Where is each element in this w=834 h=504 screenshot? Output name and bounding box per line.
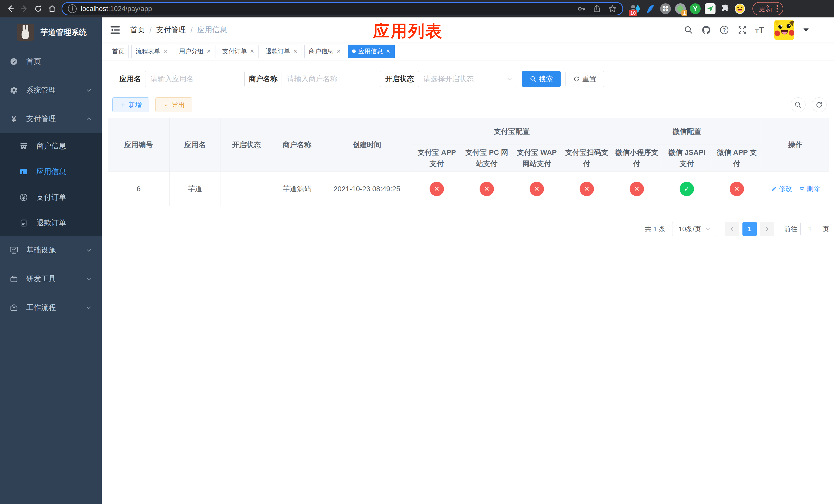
sidebar-item-label: 工作流程	[26, 302, 56, 313]
extensions-puzzle-icon[interactable]	[719, 3, 731, 15]
extension-kite-icon[interactable]	[645, 3, 657, 15]
help-icon[interactable]: ?	[719, 25, 729, 35]
browser-extensions: 10 1	[628, 3, 747, 15]
browser-update-button[interactable]: 更新	[752, 2, 783, 15]
sidebar-item-home[interactable]: 首页	[0, 47, 102, 76]
extension-devtools-icon[interactable]: 10	[630, 3, 642, 15]
sidebar-item-label: 基础设施	[26, 245, 56, 255]
extension-y-icon[interactable]	[689, 3, 701, 15]
user-avatar[interactable]	[774, 20, 794, 40]
fullscreen-icon[interactable]	[737, 25, 747, 35]
tab-label: 用户分组	[179, 47, 204, 55]
sidebar-logo-row[interactable]: 芋道管理系统	[0, 18, 102, 47]
reset-button[interactable]: 重置	[566, 71, 604, 87]
app-name-input[interactable]	[145, 71, 245, 87]
tab-close-icon[interactable]	[250, 48, 255, 54]
profile-avatar-icon[interactable]	[734, 3, 746, 15]
tab-pay-orders[interactable]: 支付订单	[218, 45, 259, 58]
header-search-icon[interactable]	[684, 25, 693, 35]
delete-link[interactable]: 删除	[799, 184, 820, 193]
breadcrumb-separator	[150, 26, 152, 35]
tab-label: 商户信息	[309, 47, 333, 55]
col-header-alipay-pc: 支付宝 PC 网站支付	[462, 145, 512, 171]
page-size-select[interactable]: 10条/页	[672, 222, 717, 236]
merchant-name-label: 商户名称	[249, 74, 278, 84]
sidebar-item-refund-orders[interactable]: 退款订单	[0, 210, 102, 236]
prev-page-button[interactable]	[725, 222, 739, 236]
extension-status-icon[interactable]: 1	[675, 3, 686, 15]
tab-close-icon[interactable]	[386, 48, 390, 54]
search-button-label: 搜索	[539, 74, 553, 84]
sidebar-item-dev-tools[interactable]: 研发工具	[0, 265, 102, 293]
tab-refund-orders[interactable]: 退款订单	[261, 45, 302, 58]
col-header-app-id: 应用编号	[108, 118, 170, 171]
sidebar-item-merchant-info[interactable]: 商户信息	[0, 133, 102, 159]
annotation-title: 应用列表	[373, 20, 443, 42]
filter-form: 应用名 商户名称 开启状态 请选择开启状态 搜索	[108, 71, 829, 87]
browser-forward-icon[interactable]	[18, 2, 31, 16]
sidebar-item-label: 研发工具	[26, 274, 56, 284]
document-icon	[19, 219, 28, 227]
sidebar-item-infrastructure[interactable]: 基础设施	[0, 236, 102, 265]
export-button-label: 导出	[172, 100, 185, 110]
status-circle-icon: ✕	[579, 182, 594, 196]
edit-link[interactable]: 修改	[771, 184, 792, 193]
browser-home-icon[interactable]	[45, 2, 59, 16]
sidebar-item-workflow[interactable]: 工作流程	[0, 293, 102, 322]
extension-plane-icon[interactable]	[704, 3, 716, 15]
col-header-enabled: 开启状态	[221, 118, 272, 171]
apps-table: 应用编号 应用名 开启状态 商户名称 创建时间 支付宝配置 微信配置 操作 支付…	[108, 118, 829, 206]
app-name-label: 应用名	[119, 74, 141, 84]
sidebar-item-label: 系统管理	[26, 85, 56, 95]
tab-home[interactable]: 首页	[108, 45, 129, 58]
browser-back-icon[interactable]	[4, 2, 18, 16]
tab-close-icon[interactable]	[336, 48, 341, 54]
page-info-icon[interactable]	[68, 4, 77, 13]
breadcrumb-home[interactable]: 首页	[130, 25, 145, 35]
chevron-down-icon	[85, 276, 92, 282]
toggle-search-button[interactable]	[791, 97, 806, 112]
tab-label: 支付订单	[222, 47, 247, 55]
tab-process-form[interactable]: 流程表单	[131, 45, 172, 58]
password-key-icon[interactable]	[577, 5, 586, 13]
sidebar-item-label: 支付订单	[37, 192, 66, 203]
extension-command-icon[interactable]	[660, 3, 672, 15]
sidebar-item-app-info[interactable]: 应用信息	[0, 159, 102, 185]
tab-label: 应用信息	[358, 47, 383, 55]
merchant-name-input[interactable]	[282, 71, 381, 87]
browser-reload-icon[interactable]	[31, 2, 45, 16]
breadcrumb-payment[interactable]: 支付管理	[156, 25, 186, 35]
export-button[interactable]: 导出	[155, 97, 192, 112]
cell-app-id: 6	[108, 171, 170, 206]
tab-app-info[interactable]: 应用信息	[348, 45, 395, 58]
search-button[interactable]: 搜索	[522, 71, 561, 87]
col-header-created: 创建时间	[322, 118, 412, 171]
tab-close-icon[interactable]	[293, 48, 298, 54]
add-button[interactable]: 新增	[112, 97, 149, 112]
url-bar[interactable]: localhost :1024/pay/app	[62, 2, 623, 15]
page-number-button[interactable]: 1	[743, 222, 757, 236]
sidebar-item-payment[interactable]: 支付管理	[0, 105, 102, 133]
sidebar: 芋道管理系统 首页 系统管理 支付管理	[0, 18, 102, 504]
page-content: 应用名 商户名称 开启状态 请选择开启状态 搜索	[102, 71, 834, 236]
sidebar-item-pay-orders[interactable]: 支付订单	[0, 185, 102, 210]
app-title: 芋道管理系统	[41, 27, 87, 38]
avatar-caret-icon[interactable]	[804, 28, 809, 32]
tab-user-group[interactable]: 用户分组	[175, 45, 215, 58]
github-icon[interactable]	[701, 25, 711, 35]
tab-close-icon[interactable]	[207, 48, 211, 54]
status-circle-icon: ✕	[530, 182, 544, 196]
tab-merchant-info[interactable]: 商户信息	[304, 45, 345, 58]
goto-page-input[interactable]	[800, 222, 819, 236]
tab-close-icon[interactable]	[163, 48, 168, 54]
next-page-button[interactable]	[760, 222, 774, 236]
status-select[interactable]: 请选择开启状态	[418, 71, 517, 87]
sidebar-toggle-icon[interactable]	[109, 24, 122, 36]
sidebar-item-system[interactable]: 系统管理	[0, 76, 102, 105]
font-size-icon[interactable]: TT	[755, 26, 764, 35]
sidebar-item-label: 商户信息	[37, 141, 66, 151]
bookmark-star-icon[interactable]	[608, 4, 617, 13]
browser-menu-icon[interactable]	[776, 5, 778, 12]
refresh-button[interactable]	[812, 97, 827, 112]
share-icon[interactable]	[593, 5, 601, 13]
